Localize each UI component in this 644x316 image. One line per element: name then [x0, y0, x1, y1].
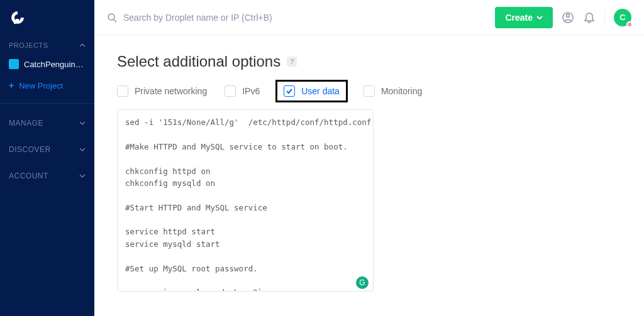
option-private-networking[interactable]: Private networking	[117, 85, 207, 97]
search-icon	[107, 13, 117, 23]
checkbox[interactable]	[117, 85, 128, 97]
chevron-up-icon	[79, 42, 86, 48]
sidebar-section-discover[interactable]: DISCOVER	[0, 136, 94, 163]
option-label: IPv6	[242, 86, 260, 96]
sidebar-section-label: ACCOUNT	[9, 172, 48, 180]
sidebar: PROJECTS CatchPenguinsT... + New Project…	[0, 0, 94, 316]
community-icon[interactable]	[562, 11, 574, 24]
option-user-data[interactable]: User data	[277, 82, 346, 101]
search-wrap	[107, 13, 486, 23]
new-project-button[interactable]: + New Project	[0, 74, 94, 97]
sidebar-divider	[0, 103, 94, 104]
user-data-editor-wrap: G	[117, 109, 374, 294]
avatar[interactable]: C	[614, 9, 631, 26]
svg-rect-1	[14, 22, 16, 24]
sidebar-project-item[interactable]: CatchPenguinsT...	[0, 54, 94, 74]
avatar-initial: C	[619, 13, 625, 22]
option-label: User data	[301, 86, 340, 96]
svg-point-5	[567, 14, 570, 17]
option-monitoring[interactable]: Monitoring	[364, 85, 422, 97]
svg-rect-0	[16, 19, 19, 22]
section-title-row: Select additional options ?	[117, 53, 621, 70]
sidebar-section-manage[interactable]: MANAGE	[0, 110, 94, 136]
chevron-down-icon	[79, 120, 86, 126]
chevron-down-icon	[536, 14, 543, 21]
svg-line-3	[114, 19, 116, 22]
grammarly-icon[interactable]: G	[356, 276, 369, 289]
plus-icon: +	[9, 80, 14, 90]
additional-options-row: Private networking IPv6 User data Monito…	[117, 82, 621, 101]
chevron-down-icon	[79, 146, 86, 153]
avatar-status-dot	[626, 21, 633, 28]
project-color-badge	[9, 59, 19, 69]
topbar-divider	[604, 9, 605, 26]
help-icon[interactable]: ?	[287, 57, 297, 67]
checkbox[interactable]	[364, 85, 375, 97]
create-button[interactable]: Create	[495, 7, 553, 28]
logo-area	[0, 0, 94, 35]
user-data-textarea[interactable]	[117, 109, 374, 291]
checkbox[interactable]	[284, 85, 295, 97]
project-name-label: CatchPenguinsT...	[24, 60, 86, 69]
topbar: Create C	[94, 0, 644, 35]
sidebar-section-projects[interactable]: PROJECTS	[0, 35, 94, 54]
option-ipv6[interactable]: IPv6	[225, 85, 260, 97]
chevron-down-icon	[79, 173, 86, 179]
sidebar-section-label: MANAGE	[9, 119, 43, 128]
checkbox[interactable]	[225, 85, 236, 97]
option-label: Private networking	[135, 86, 207, 96]
digitalocean-logo-icon	[10, 10, 25, 25]
sidebar-section-label: DISCOVER	[9, 145, 51, 154]
svg-point-2	[108, 14, 114, 20]
notifications-icon[interactable]	[583, 11, 596, 24]
create-button-label: Create	[505, 13, 533, 23]
new-project-label: New Project	[19, 81, 63, 90]
sidebar-section-account[interactable]: ACCOUNT	[0, 163, 94, 189]
main-content: Select additional options ? Private netw…	[94, 35, 644, 316]
option-label: Monitoring	[381, 86, 422, 96]
section-title: Select additional options	[117, 53, 280, 70]
search-input[interactable]	[123, 13, 486, 23]
sidebar-section-label: PROJECTS	[9, 41, 48, 49]
